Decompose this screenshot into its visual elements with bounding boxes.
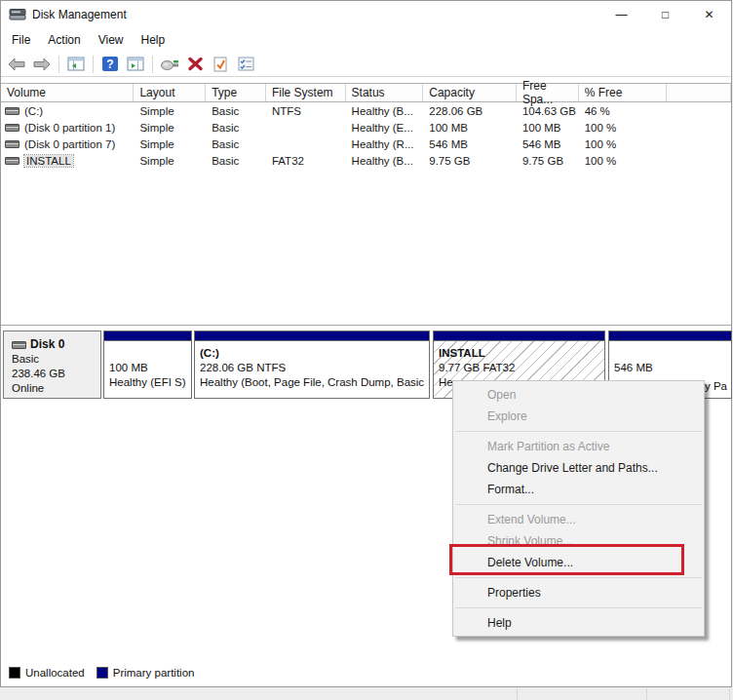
- close-button[interactable]: ✕: [687, 1, 731, 28]
- toolbar-separator: [58, 56, 59, 73]
- back-arrow-icon[interactable]: [5, 55, 28, 74]
- delete-x-icon[interactable]: [183, 55, 207, 74]
- cell: Basic: [206, 152, 266, 169]
- table-row[interactable]: INSTALLSimpleBasicFAT32Healthy (B...9.75…: [1, 152, 731, 169]
- legend-item: Unallocated: [9, 667, 85, 679]
- table-row[interactable]: (Disk 0 partition 1)SimpleBasicHealthy (…: [1, 119, 731, 136]
- cell: 100 %: [579, 119, 668, 136]
- cell: [266, 136, 346, 152]
- context-menu-mark-partition-as-active: Mark Partition as Active: [453, 436, 704, 457]
- context-menu-properties[interactable]: Properties: [453, 582, 704, 603]
- context-menu-change-drive-letter-and-paths[interactable]: Change Drive Letter and Paths...: [453, 457, 704, 479]
- cell: [266, 119, 346, 136]
- context-menu: OpenExploreMark Partition as ActiveChang…: [452, 380, 705, 637]
- properties-wand-icon[interactable]: [158, 55, 181, 74]
- partition--c-[interactable]: (C:)228.06 GB NTFSHealthy (Boot, Page Fi…: [194, 331, 430, 399]
- partition-name: [109, 346, 191, 361]
- legend-swatch: [9, 667, 20, 679]
- strip-separator: [517, 688, 518, 700]
- legend-label: Unallocated: [25, 667, 85, 679]
- cell: Basic: [206, 102, 266, 119]
- help-icon[interactable]: ?: [98, 55, 122, 74]
- partition-size-line: 100 MB: [109, 361, 191, 375]
- partition-size-line: 9.77 GB FAT32: [439, 361, 604, 375]
- context-menu-separator: [453, 427, 704, 436]
- disk-name: Disk 0: [30, 337, 64, 352]
- cell: 546 MB: [517, 136, 579, 152]
- context-menu-extend-volume: Extend Volume...: [453, 509, 704, 530]
- column-header-free-spa-[interactable]: Free Spa...: [517, 84, 579, 101]
- cell: Simple: [134, 102, 206, 119]
- column-header-type[interactable]: Type: [206, 84, 266, 101]
- partition-status-tail: y Pa: [705, 379, 727, 394]
- cell: (Disk 0 partition 7): [1, 136, 134, 152]
- strip-separator: [729, 688, 730, 700]
- partition-header-bar: [434, 331, 604, 341]
- toolbar: ?: [1, 52, 731, 77]
- volume-disk-icon: [5, 140, 19, 148]
- cell: Simple: [134, 152, 206, 169]
- set-active-check-icon[interactable]: [209, 55, 232, 74]
- disk-management-app-icon: [9, 8, 26, 21]
- disk0-panel[interactable]: Disk 0 Basic 238.46 GB Online: [3, 331, 101, 399]
- legend-item: Primary partition: [96, 667, 195, 679]
- pane-divider[interactable]: [1, 325, 731, 326]
- cell: 9.75 GB: [517, 152, 579, 169]
- partition-name: [614, 346, 731, 361]
- cell: [667, 102, 731, 119]
- column-header-blank[interactable]: [667, 84, 731, 101]
- context-menu-format[interactable]: Format...: [453, 479, 704, 500]
- disk-icon: [12, 341, 26, 349]
- column-header-volume[interactable]: Volume: [1, 84, 134, 101]
- menu-help[interactable]: Help: [133, 30, 174, 50]
- cell: Healthy (B...: [346, 102, 424, 119]
- cell: 228.06 GB: [423, 102, 517, 119]
- legend: UnallocatedPrimary partition: [9, 667, 194, 679]
- disk-status: Online: [12, 381, 100, 396]
- cell: Healthy (B...: [346, 152, 424, 169]
- volume-name: (Disk 0 partition 1): [24, 122, 115, 134]
- partition-body: (C:)228.06 GB NTFSHealthy (Boot, Page Fi…: [195, 341, 429, 398]
- menu-bar: FileActionViewHelp: [1, 28, 731, 52]
- cell: INSTALL: [1, 152, 134, 169]
- action-pane-icon[interactable]: [124, 55, 147, 74]
- column-header-layout[interactable]: Layout: [134, 84, 206, 101]
- column-header-status[interactable]: Status: [346, 84, 424, 101]
- cell: 46 %: [579, 102, 668, 119]
- cell: Healthy (E...: [346, 119, 424, 136]
- volume-disk-icon: [5, 157, 19, 165]
- partition-name: (C:): [200, 346, 429, 361]
- context-menu-delete-volume[interactable]: Delete Volume...: [453, 552, 704, 573]
- toolbar-separator: [152, 56, 153, 73]
- maximize-button[interactable]: □: [643, 1, 687, 28]
- partition-100-mb[interactable]: 100 MBHealthy (EFI S): [103, 331, 192, 399]
- volume-name: INSTALL: [24, 155, 73, 167]
- forward-arrow-icon[interactable]: [30, 55, 54, 74]
- column-header-capacity[interactable]: Capacity: [423, 84, 517, 101]
- column-header--free[interactable]: % Free: [579, 84, 668, 101]
- context-menu-help[interactable]: Help: [453, 612, 704, 634]
- cell: [667, 119, 731, 136]
- partition-size-line: 546 MB: [614, 361, 731, 375]
- volume-name: (Disk 0 partition 7): [24, 138, 115, 150]
- partition-status-line: Healthy (Boot, Page File, Crash Dump, Ba…: [200, 375, 429, 390]
- menu-action[interactable]: Action: [39, 30, 89, 50]
- table-row[interactable]: (Disk 0 partition 7)SimpleBasicHealthy (…: [1, 136, 731, 152]
- console-tree-icon[interactable]: [64, 55, 88, 74]
- minimize-button[interactable]: —: [599, 1, 643, 28]
- table-row[interactable]: (C:)SimpleBasicNTFSHealthy (B...228.06 G…: [1, 102, 731, 119]
- cell: [667, 136, 731, 152]
- partition-body: 100 MBHealthy (EFI S): [104, 341, 191, 398]
- context-menu-separator: [453, 500, 704, 509]
- window-title: Disk Management: [32, 8, 127, 21]
- context-menu-separator: [453, 573, 704, 582]
- menu-view[interactable]: View: [90, 30, 133, 50]
- legend-swatch: [96, 667, 108, 679]
- column-header-file-system[interactable]: File System: [266, 84, 346, 101]
- legend-label: Primary partition: [113, 667, 195, 679]
- checklist-icon[interactable]: [234, 55, 257, 74]
- context-menu-explore: Explore: [453, 406, 704, 427]
- cell: (C:): [1, 102, 134, 119]
- cell: 100 MB: [517, 119, 579, 136]
- menu-file[interactable]: File: [3, 30, 39, 50]
